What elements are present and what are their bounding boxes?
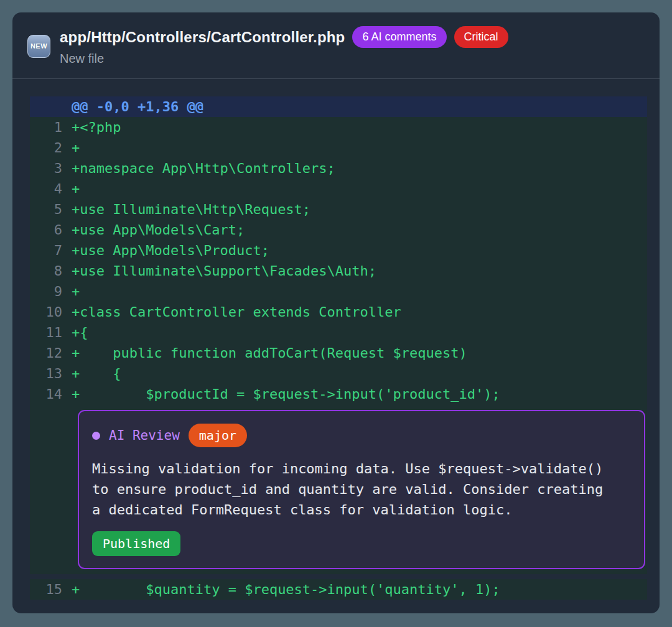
line-number: 1 [30, 117, 72, 137]
line-number: 15 [30, 579, 72, 600]
line-number: 3 [30, 158, 72, 179]
hunk-header-row: @@ -0,0 +1,36 @@ [30, 96, 647, 117]
line-number: 7 [30, 240, 72, 261]
line-code: +use Illuminate\Http\Request; [72, 199, 647, 220]
line-number: 5 [30, 199, 72, 220]
diff-line: 13 + { [30, 363, 647, 384]
file-header: NEW app/Http/Controllers/CartController.… [12, 12, 660, 79]
line-number: 6 [30, 220, 72, 240]
line-code: + { [72, 363, 647, 384]
ai-comment-wrapper: AI Review major Missing validation for i… [30, 404, 647, 574]
line-code: +<?php [72, 117, 647, 137]
line-code: +class CartController extends Controller [72, 302, 647, 322]
file-status-label: New file [60, 52, 508, 66]
line-number: 11 [30, 322, 72, 343]
ai-review-header: AI Review major [92, 424, 630, 447]
line-code: + public function addToCart(Request $req… [72, 343, 647, 363]
diff-line: 11 +{ [30, 322, 647, 343]
hunk-gutter [30, 96, 72, 117]
diff-line: 6 +use App\Models\Cart; [30, 220, 647, 240]
diff-line: 9 + [30, 281, 647, 302]
ai-review-comment: AI Review major Missing validation for i… [78, 410, 645, 569]
line-number: 8 [30, 261, 72, 281]
line-number: 9 [30, 281, 72, 302]
new-file-icon: NEW [27, 35, 50, 58]
diff-line: 7 +use App\Models\Product; [30, 240, 647, 261]
hunk-header-text: @@ -0,0 +1,36 @@ [72, 96, 647, 117]
line-number: 14 [30, 384, 72, 404]
line-number: 4 [30, 179, 72, 199]
published-status-button[interactable]: Published [92, 531, 180, 556]
file-title-row: app/Http/Controllers/CartController.php … [60, 26, 508, 49]
line-code: + $quantity = $request->input('quantity'… [72, 579, 647, 600]
diff-line: 8 +use Illuminate\Support\Facades\Auth; [30, 261, 647, 281]
diff-line: 1 +<?php [30, 117, 647, 137]
diff-line: 5 +use Illuminate\Http\Request; [30, 199, 647, 220]
ai-comments-count-badge[interactable]: 6 AI comments [352, 26, 446, 49]
line-code: +namespace App\Http\Controllers; [72, 158, 647, 179]
ai-dot-icon [92, 432, 100, 440]
diff-line: 15 + $quantity = $request->input('quanti… [30, 579, 647, 600]
diff-line: 14 + $productId = $request->input('produ… [30, 384, 647, 404]
file-path-title: app/Http/Controllers/CartController.php [60, 29, 345, 46]
line-code: +{ [72, 322, 647, 343]
ai-review-body: Missing validation for incoming data. Us… [92, 458, 630, 520]
ai-review-label: AI Review [109, 428, 180, 443]
line-number: 10 [30, 302, 72, 322]
line-code: +use Illuminate\Support\Facades\Auth; [72, 261, 647, 281]
line-code: + [72, 179, 647, 199]
diff-view: @@ -0,0 +1,36 @@ 1 +<?php 2 + 3 +namespa… [12, 79, 660, 600]
line-number: 12 [30, 343, 72, 363]
file-diff-card: NEW app/Http/Controllers/CartController.… [12, 12, 660, 613]
new-file-icon-label: NEW [30, 42, 47, 50]
diff-line: 10 +class CartController extends Control… [30, 302, 647, 322]
diff-line: 2 + [30, 137, 647, 158]
line-code: +use App\Models\Product; [72, 240, 647, 261]
line-number: 13 [30, 363, 72, 384]
line-code: +use App\Models\Cart; [72, 220, 647, 240]
file-header-text: app/Http/Controllers/CartController.php … [60, 26, 508, 67]
diff-line: 3 +namespace App\Http\Controllers; [30, 158, 647, 179]
severity-major-badge: major [189, 424, 247, 447]
line-code: + [72, 137, 647, 158]
line-code: + $productId = $request->input('product_… [72, 384, 647, 404]
diff-line: 12 + public function addToCart(Request $… [30, 343, 647, 363]
line-number: 2 [30, 137, 72, 158]
critical-severity-badge: Critical [454, 26, 508, 49]
line-code: + [72, 281, 647, 302]
diff-line: 4 + [30, 179, 647, 199]
